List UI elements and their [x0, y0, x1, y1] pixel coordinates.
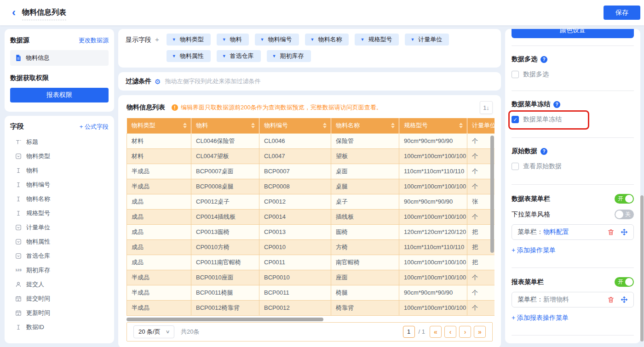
display-field-chip[interactable]: ▼物料属性: [167, 50, 211, 62]
filter-card[interactable]: 过滤条件 ⚙ 拖动左侧字段到此处来添加过滤条件: [118, 72, 501, 91]
display-field-chip[interactable]: ▼首选仓库: [217, 50, 261, 62]
trash-icon[interactable]: [607, 228, 615, 236]
add-display-field-icon[interactable]: +: [151, 34, 159, 62]
save-button[interactable]: 保存: [604, 6, 640, 20]
move-icon[interactable]: [621, 228, 628, 236]
table-row[interactable]: 半成品BCP0010座面BCP0010座面100cm*100cm*100/100…: [127, 270, 495, 285]
field-item[interactable]: 计量单位: [10, 220, 109, 234]
back-icon[interactable]: ‹: [12, 7, 16, 18]
color-settings-button[interactable]: 颜色设置: [512, 29, 634, 38]
display-field-chip[interactable]: ▼物料名称: [305, 34, 349, 46]
table-menu-item[interactable]: 菜单栏： 物料配置: [512, 224, 634, 240]
table-row[interactable]: 半成品BCP0008桌腿BCP0008桌腿100cm*100cm*100/100…: [127, 179, 495, 194]
move-icon[interactable]: [621, 296, 628, 303]
page-input[interactable]: 1: [403, 326, 415, 338]
table-row[interactable]: 半成品BCP0012椅靠背BCP0012椅靠背100cm*100cm*100/1…: [127, 300, 495, 315]
display-field-chip[interactable]: ▼规格型号: [355, 34, 399, 46]
sort-arrows-icon[interactable]: [391, 123, 395, 128]
column-header[interactable]: 物料名称: [331, 118, 399, 133]
field-item[interactable]: 物料名称: [10, 192, 109, 206]
divider: [512, 46, 634, 46]
field-label: 计量单位: [26, 223, 50, 232]
field-item[interactable]: 物料: [10, 163, 109, 177]
field-item[interactable]: 123期初库存: [10, 263, 109, 277]
menu-item-value[interactable]: 新增物料: [543, 296, 569, 304]
field-item[interactable]: 物料编号: [10, 177, 109, 192]
report-menu-item[interactable]: 菜单栏： 新增物料: [512, 292, 634, 307]
field-item[interactable]: 首选仓库: [10, 249, 109, 263]
column-header[interactable]: 物料类型: [127, 118, 191, 133]
field-item[interactable]: 数据ID: [10, 320, 109, 334]
change-datasource-link[interactable]: 更改数据源: [79, 36, 109, 45]
table-menu-toggle[interactable]: 开: [615, 194, 634, 204]
page-size-value: 20 条/页: [138, 328, 161, 336]
field-label: 数据ID: [26, 323, 44, 331]
field-label: 首选仓库: [26, 252, 50, 260]
dropdown-style-toggle[interactable]: 关: [615, 210, 634, 219]
display-field-chip[interactable]: ▼计量单位: [405, 34, 449, 46]
field-label: 期初库存: [26, 266, 50, 274]
chip-label: 计量单位: [418, 35, 442, 44]
table-row[interactable]: 成品CP0011南官帽椅CP0011南官帽椅100cm*100cm*100/10…: [127, 255, 495, 270]
display-field-chip[interactable]: ▼期初库存: [267, 50, 311, 62]
table-row[interactable]: 成品CP0010方椅CP0010方椅110cm*110cm*110/110把: [127, 239, 495, 255]
field-item[interactable]: 提交人: [10, 277, 109, 291]
sort-order-button[interactable]: 1↓: [480, 101, 493, 114]
field-item[interactable]: 规格型号: [10, 206, 109, 220]
sort-arrows-icon[interactable]: [183, 123, 187, 128]
table-row[interactable]: 成品CP0014插线板CP0014插线板100cm*100cm*100/100个: [127, 209, 495, 224]
window-scrollbar[interactable]: [640, 195, 644, 341]
add-formula-field-link[interactable]: + 公式字段: [80, 123, 109, 131]
pagination-next-button[interactable]: ›: [459, 326, 471, 338]
field-label: 物料类型: [26, 152, 50, 160]
trash-icon[interactable]: [607, 296, 615, 303]
field-item[interactable]: 标题: [10, 135, 109, 149]
column-header[interactable]: 物料: [191, 118, 259, 133]
sort-arrows-icon[interactable]: [459, 123, 463, 128]
field-item[interactable]: 提交时间: [10, 291, 109, 306]
menu-freeze-label: 数据菜单冻结: [523, 115, 562, 124]
sort-arrows-icon[interactable]: [323, 123, 327, 128]
menu-freeze-title: 数据菜单冻结: [512, 100, 550, 108]
pagination-first-button[interactable]: «: [430, 326, 442, 338]
select-type-icon: [15, 224, 22, 231]
report-menu-toggle[interactable]: 开: [615, 277, 634, 287]
help-icon[interactable]: ?: [540, 148, 547, 155]
field-item[interactable]: 物料类型: [10, 149, 109, 163]
display-field-chip[interactable]: ▼物料类型: [167, 34, 211, 46]
table-horizontal-scrollbar[interactable]: [126, 318, 323, 321]
menu-item-value[interactable]: 物料配置: [543, 228, 569, 236]
page-size-select[interactable]: 20 条/页 ∨: [133, 325, 174, 338]
table-vertical-scrollbar[interactable]: [490, 136, 494, 253]
table-row[interactable]: 材料CL0047望板CL0047望板100cm*100cm*100/100个: [127, 148, 495, 164]
help-icon[interactable]: ?: [553, 101, 560, 108]
table-row[interactable]: 材料CL0046保险管CL0046保险管90cm*90cm*90/90个: [127, 133, 495, 148]
column-header[interactable]: 计量单位: [467, 118, 495, 133]
table-row[interactable]: 半成品BCP0007桌面BCP0007桌面110cm*110cm*110/110…: [127, 164, 495, 179]
add-action-menu-link[interactable]: + 添加操作菜单: [512, 246, 556, 255]
table-cell: 桌子: [331, 194, 399, 209]
table-menu-title: 数据表菜单栏: [512, 195, 550, 203]
display-field-chip[interactable]: ▼物料: [217, 34, 249, 46]
table-cell: 100cm*100cm*100/100: [399, 255, 467, 270]
editor-main: 显示字段 + ▼物料类型▼物料▼物料编号▼物料名称▼规格型号▼计量单位▼物料属性…: [118, 29, 501, 343]
gear-icon[interactable]: ⚙: [155, 78, 161, 85]
column-header[interactable]: 规格型号: [399, 118, 467, 133]
datasource-item[interactable]: 物料信息: [10, 50, 109, 66]
pagination-prev-button[interactable]: ‹: [444, 326, 456, 338]
field-item[interactable]: 物料属性: [10, 234, 109, 249]
table-row[interactable]: 半成品BCP0011椅腿BCP0011椅腿90cm*90cm*90/90个: [127, 285, 495, 300]
pagination-last-button[interactable]: »: [474, 326, 486, 338]
table-row[interactable]: 成品CP0012桌子CP0012桌子90cm*90cm*90/90张: [127, 194, 495, 209]
multi-select-checkbox[interactable]: [512, 71, 519, 78]
display-field-chip[interactable]: ▼物料编号: [255, 34, 299, 46]
table-row[interactable]: 成品CP0013圆椅CP0013圆椅120cm*120cm*120/120把: [127, 224, 495, 239]
help-icon[interactable]: ?: [540, 56, 547, 63]
raw-data-checkbox[interactable]: [512, 163, 519, 170]
sort-arrows-icon[interactable]: [251, 123, 255, 128]
add-report-menu-link[interactable]: + 添加报表操作菜单: [512, 314, 569, 322]
field-item[interactable]: 更新时间: [10, 306, 109, 320]
report-permission-button[interactable]: 报表权限: [10, 88, 109, 102]
column-header[interactable]: 物料编号: [259, 118, 331, 133]
menu-freeze-checkbox[interactable]: ✓: [512, 116, 519, 123]
